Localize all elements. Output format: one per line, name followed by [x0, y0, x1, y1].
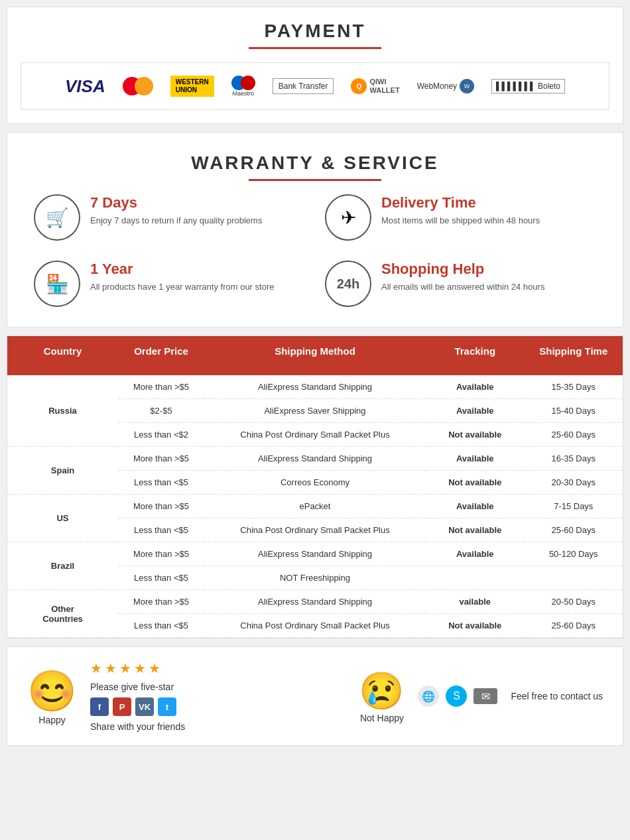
warranty-1year-title: 1 Year [90, 261, 305, 278]
boleto-logo: ▌▌▌▌▌▌▌ Boleto [486, 73, 570, 99]
table-row: US More than >$5 ePacket Available 7-15 … [7, 495, 623, 518]
tracking-cell: vailable [426, 590, 524, 614]
table-header-row: Country Order Price Shipping Method Trac… [7, 336, 623, 366]
time-cell: 15-40 Days [525, 399, 623, 423]
star-icon: ★ [119, 660, 131, 676]
warranty-section: WARRANTY & SERVICE 🛒 7 Days Enjoy 7 days… [7, 132, 623, 328]
shipping-section: Country Order Price Shipping Method Trac… [7, 335, 623, 638]
dot [60, 367, 66, 374]
tracking-cell [426, 566, 524, 590]
method-cell: Correos Economy [204, 471, 426, 495]
method-cell: AliExpress Standard Shipping [204, 590, 426, 614]
method-cell: China Post Ordinary Small Packet Plus [204, 614, 426, 638]
contact-icons: 🌐 S ✉ [418, 686, 497, 707]
skype-icon[interactable]: S [446, 686, 467, 707]
maestro-logo: Maestro [226, 73, 261, 99]
tracking-cell: Available [426, 447, 524, 471]
footer-section: 😊 Happy ★ ★ ★ ★ ★ Please give five-star … [7, 646, 623, 746]
price-cell: Less than <$5 [118, 614, 204, 638]
dot [312, 367, 318, 374]
happy-label: Happy [27, 715, 77, 725]
dot [158, 367, 164, 374]
price-cell: More than >$5 [118, 375, 204, 399]
not-happy-label: Not Happy [359, 713, 405, 723]
vk-icon[interactable]: VK [135, 697, 154, 716]
payment-section: PAYMENT VISA WESTERNUNION [7, 7, 623, 124]
th-method: Shipping Method [204, 336, 426, 366]
price-cell: More than >$5 [118, 495, 204, 518]
method-cell: ePacket [204, 495, 426, 518]
tracking-cell: Not available [426, 614, 524, 638]
method-cell: AliExpress Saver Shipping [204, 399, 426, 423]
price-cell: More than >$5 [118, 542, 204, 566]
warranty-title: WARRANTY & SERVICE [34, 152, 596, 174]
star-icon: ★ [149, 660, 160, 676]
western-union-logo: WESTERNUNION [165, 73, 220, 99]
social-icons[interactable]: f P VK t [90, 697, 185, 716]
time-cell [525, 566, 623, 590]
warranty-help-title: Shopping Help [381, 261, 596, 278]
not-happy-container: 😢 Not Happy [359, 670, 405, 723]
store-icon: 🏪 [34, 261, 80, 307]
country-other: OtherCountries [7, 590, 118, 638]
facebook-icon[interactable]: f [90, 697, 109, 716]
warranty-underline [249, 179, 381, 181]
table-row: OtherCountries More than >$5 AliExpress … [7, 590, 623, 614]
tracking-cell: Available [426, 399, 524, 423]
cart-icon: 🛒 [34, 194, 80, 241]
tracking-cell: Not available [426, 423, 524, 447]
dot-row-header [7, 366, 623, 375]
method-cell: NOT Freeshipping [204, 566, 426, 590]
price-cell: Less than <$5 [118, 471, 204, 495]
warranty-item-delivery: ✈ Delivery Time Most items will be shipp… [325, 194, 596, 241]
country-spain: Spain [7, 447, 118, 495]
payment-logos: VISA WESTERNUNION Maestro [21, 62, 609, 110]
dot [472, 367, 478, 374]
time-cell: 25-60 Days [525, 614, 623, 638]
warranty-item-help: 24h Shopping Help All emails will be ans… [325, 261, 596, 307]
time-cell: 50-120 Days [525, 542, 623, 566]
star-icon: ★ [105, 660, 117, 676]
shipping-table: Country Order Price Shipping Method Trac… [7, 336, 623, 638]
table-row: Russia More than >$5 AliExpress Standard… [7, 375, 623, 399]
country-us: US [7, 495, 118, 542]
star-rating: ★ ★ ★ ★ ★ [90, 660, 185, 676]
visa-logo: VISA [60, 73, 111, 99]
table-row: Brazil More than >$5 AliExpress Standard… [7, 542, 623, 566]
happy-container: 😊 Happy [27, 668, 77, 725]
country-russia: Russia [7, 375, 118, 447]
table-row: Spain More than >$5 AliExpress Standard … [7, 447, 623, 471]
warranty-delivery-title: Delivery Time [381, 194, 596, 211]
price-cell: Less than <$5 [118, 566, 204, 590]
tracking-cell: Available [426, 542, 524, 566]
tracking-cell: Not available [426, 518, 524, 542]
time-cell: 25-60 Days [525, 423, 623, 447]
globe-icon[interactable]: 🌐 [418, 686, 439, 707]
twitter-icon[interactable]: t [158, 697, 176, 716]
payment-underline [249, 47, 381, 49]
plane-icon: ✈ [325, 194, 371, 241]
page-wrapper: PAYMENT VISA WESTERNUNION [0, 0, 630, 752]
warranty-item-1year: 🏪 1 Year All products have 1 year warran… [34, 261, 305, 307]
country-brazil: Brazil [7, 542, 118, 590]
th-country: Country [7, 336, 118, 366]
warranty-help-text: All emails will be answered within 24 ho… [381, 280, 596, 294]
warranty-7days-text: Enjoy 7 days to return if any quality pr… [90, 214, 305, 227]
warranty-delivery-text: Most items will be shipped wihin 48 hour… [381, 214, 596, 227]
email-icon[interactable]: ✉ [473, 688, 497, 704]
tracking-cell: Available [426, 375, 524, 399]
footer-right: 😢 Not Happy 🌐 S ✉ Feel free to contact u… [359, 670, 603, 723]
price-cell: More than >$5 [118, 590, 204, 614]
method-cell: China Post Ordinary Small Packet Plus [204, 423, 426, 447]
pinterest-icon[interactable]: P [113, 697, 131, 716]
warranty-grid: 🛒 7 Days Enjoy 7 days to return if any q… [34, 194, 596, 307]
method-cell: AliExpress Standard Shipping [204, 542, 426, 566]
happy-emoji: 😊 [27, 668, 77, 715]
time-cell: 25-60 Days [525, 518, 623, 542]
price-cell: $2-$5 [118, 399, 204, 423]
footer-left: 😊 Happy ★ ★ ★ ★ ★ Please give five-star … [27, 660, 185, 732]
qiwi-logo: Q QIWIWALLET [346, 73, 405, 99]
th-tracking: Tracking [426, 336, 524, 366]
method-cell: AliExpress Standard Shipping [204, 375, 426, 399]
dot [570, 367, 577, 374]
